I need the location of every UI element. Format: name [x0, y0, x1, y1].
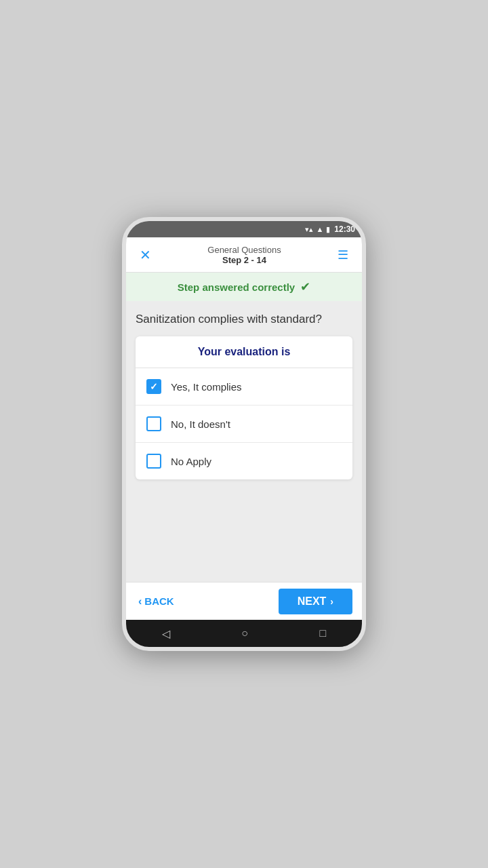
battery-icon: ▮ — [326, 225, 330, 234]
checkbox-3[interactable] — [146, 454, 161, 469]
status-time: 12:30 — [334, 224, 355, 234]
success-banner: Step answered correctly ✔ — [126, 273, 362, 301]
nav-title-main: General Questions — [155, 245, 333, 255]
nav-title: General Questions Step 2 - 14 — [155, 245, 333, 265]
question-text: Sanitization complies with standard? — [136, 312, 352, 327]
system-nav: ◁ ○ □ — [126, 620, 362, 647]
status-bar: ▾▴ ▲ ▮ 12:30 — [126, 221, 362, 237]
home-system-button[interactable]: ○ — [241, 627, 248, 639]
next-chevron-icon: › — [330, 596, 333, 607]
option-label-1: Yes, It complies — [171, 381, 242, 393]
next-button[interactable]: NEXT › — [279, 589, 352, 614]
option-row-1[interactable]: ✓ Yes, It complies — [136, 368, 352, 406]
option-label-2: No, It doesn't — [171, 418, 230, 430]
phone-frame: ▾▴ ▲ ▮ 12:30 ✕ General Questions Step 2 … — [122, 217, 366, 651]
checkbox-1[interactable]: ✓ — [146, 379, 161, 394]
evaluation-title: Your evaluation is — [136, 336, 352, 368]
nav-title-sub: Step 2 - 14 — [155, 255, 333, 265]
nav-bar: ✕ General Questions Step 2 - 14 ☰ — [126, 237, 362, 273]
next-label: NEXT — [298, 595, 327, 608]
back-system-button[interactable]: ◁ — [162, 627, 170, 640]
status-icons: ▾▴ ▲ ▮ — [305, 225, 330, 234]
back-button[interactable]: ‹ BACK — [136, 590, 177, 613]
checkbox-check-1: ✓ — [150, 381, 158, 392]
back-chevron-icon: ‹ — [138, 595, 142, 608]
menu-button[interactable]: ☰ — [333, 243, 352, 267]
check-icon: ✔ — [300, 279, 310, 294]
signal-icon: ▲ — [316, 225, 323, 233]
option-row-2[interactable]: No, It doesn't — [136, 406, 352, 443]
success-text: Step answered correctly — [178, 281, 295, 293]
close-button[interactable]: ✕ — [136, 243, 155, 267]
main-content: Sanitization complies with standard? You… — [126, 301, 362, 582]
back-label: BACK — [144, 595, 174, 607]
option-label-3: No Apply — [171, 456, 211, 467]
option-row-3[interactable]: No Apply — [136, 443, 352, 479]
wifi-icon: ▾▴ — [305, 225, 313, 234]
recents-system-button[interactable]: □ — [320, 627, 327, 639]
evaluation-card: Your evaluation is ✓ Yes, It complies No… — [136, 336, 352, 479]
bottom-bar: ‹ BACK NEXT › — [126, 582, 362, 620]
checkbox-2[interactable] — [146, 416, 161, 431]
